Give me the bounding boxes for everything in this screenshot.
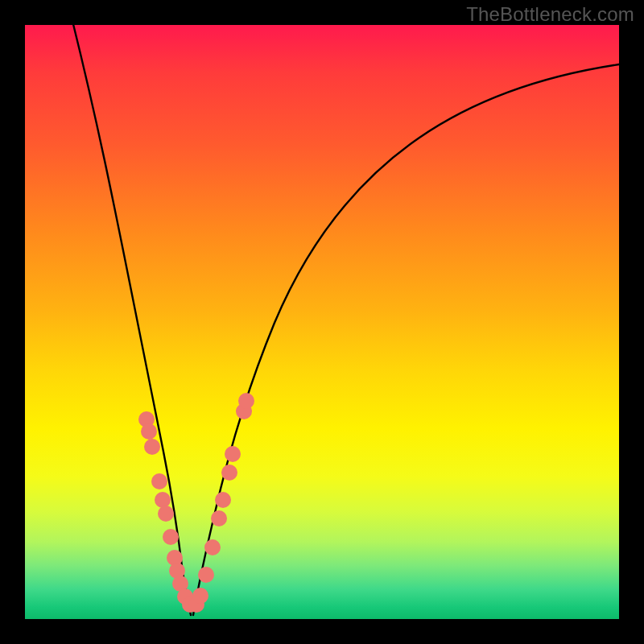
svg-point-4 (155, 492, 171, 508)
plot-area (25, 25, 619, 619)
svg-point-5 (158, 506, 174, 522)
svg-point-17 (215, 492, 231, 508)
svg-point-18 (221, 464, 237, 481)
chart-frame: TheBottleneck.com (0, 0, 644, 644)
dots-right (188, 393, 254, 613)
svg-point-21 (238, 393, 254, 409)
svg-point-6 (163, 529, 179, 545)
left-curve (72, 21, 191, 615)
svg-point-16 (211, 510, 227, 526)
svg-point-14 (198, 567, 214, 583)
svg-point-2 (144, 439, 160, 455)
svg-point-3 (151, 473, 167, 489)
watermark-text: TheBottleneck.com (466, 3, 634, 26)
right-curve (193, 64, 625, 615)
svg-point-1 (141, 423, 157, 440)
svg-point-19 (225, 446, 241, 462)
svg-point-13 (192, 588, 208, 604)
curves-svg (25, 25, 619, 619)
svg-point-15 (204, 539, 221, 555)
dots-left (138, 411, 198, 613)
